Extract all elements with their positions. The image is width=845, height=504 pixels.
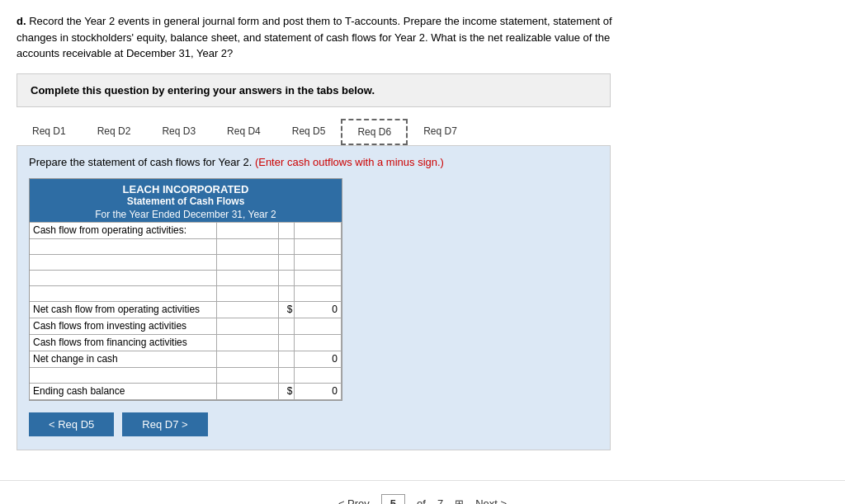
value-cell-10: 0 xyxy=(295,383,342,399)
statement-title: Statement of Cash Flows xyxy=(33,195,338,207)
row-label-input-9[interactable] xyxy=(33,370,213,381)
page-box: 5 xyxy=(381,494,405,505)
row-value-input-3[interactable] xyxy=(220,272,275,284)
prev-label: Prev xyxy=(347,497,370,505)
content-note: (Enter cash outflows with a minus sign.) xyxy=(255,156,444,168)
dollar-cell-10: $ xyxy=(278,383,295,399)
value-cell-5: 0 xyxy=(295,301,342,318)
row-label-input-3[interactable] xyxy=(33,272,213,284)
row-label-input-4[interactable] xyxy=(33,288,213,299)
next-chevron-icon: > xyxy=(501,497,507,505)
bottom-nav: < Prev 5 of 7 ⊞ Next > xyxy=(0,480,845,505)
complete-box: Complete this question by entering your … xyxy=(17,73,611,107)
content-instruction: Prepare the statement of cash flows for … xyxy=(29,156,598,168)
value-cell-7 xyxy=(295,334,342,351)
row-label-8: Net change in cash xyxy=(30,351,216,367)
question-label: d. xyxy=(17,15,26,27)
row-label-0: Cash flow from operating activities: xyxy=(30,222,216,238)
row-value-input-2[interactable] xyxy=(220,257,275,268)
table-row xyxy=(30,367,342,383)
main-container: d. Record the Year 2 events in general j… xyxy=(0,0,845,472)
section-input-6[interactable] xyxy=(220,320,275,332)
next-req-button[interactable]: Req D7 > xyxy=(122,412,207,436)
dollar-cell-5: $ xyxy=(278,301,295,318)
table-header: LEACH INCORPORATED Statement of Cash Flo… xyxy=(30,179,342,222)
tabs-row: Req D1Req D2Req D3Req D4Req D5Req D6Req … xyxy=(17,119,611,146)
table-row: Cash flows from financing activities xyxy=(30,334,342,351)
dollar-cell-0 xyxy=(278,222,295,238)
row-label-7: Cash flows from financing activities xyxy=(30,334,216,351)
table-row: Ending cash balance$0 xyxy=(30,383,342,399)
section-input-7[interactable] xyxy=(220,337,275,348)
tab-req-d6[interactable]: Req D6 xyxy=(341,119,408,145)
row-label-input-1[interactable] xyxy=(33,241,213,252)
prev-req-button[interactable]: < Req D5 xyxy=(29,412,114,436)
dollar-cell-7 xyxy=(278,334,295,351)
row-value-input-1[interactable] xyxy=(220,241,275,252)
fin-table: Cash flow from operating activities:Net … xyxy=(30,222,342,400)
tab-req-d1[interactable]: Req D1 xyxy=(17,119,82,145)
tab-req-d3[interactable]: Req D3 xyxy=(146,119,211,145)
row-label-input-2[interactable] xyxy=(33,257,213,268)
page-total: 7 xyxy=(437,497,443,505)
company-name: LEACH INCORPORATED xyxy=(33,183,338,195)
table-row: Net change in cash0 xyxy=(30,351,342,367)
table-row: Net cash flow from operating activities$… xyxy=(30,301,342,318)
table-row: Cash flows from investing activities xyxy=(30,318,342,334)
row-value-input-4[interactable] xyxy=(220,288,275,299)
question-body: Record the Year 2 events in general jour… xyxy=(17,15,612,59)
tab-req-d2[interactable]: Req D2 xyxy=(82,119,147,145)
page-current: 5 xyxy=(390,497,396,505)
page-of: of xyxy=(417,497,426,505)
row-value-input-9[interactable] xyxy=(220,370,275,381)
row-label-6: Cash flows from investing activities xyxy=(30,318,216,334)
prev-chevron-icon: < xyxy=(338,497,345,505)
table-row xyxy=(30,254,342,270)
table-row xyxy=(30,285,342,301)
row-label-5: Net cash flow from operating activities xyxy=(30,301,216,318)
value-cell-6 xyxy=(295,318,342,334)
value-cell-0 xyxy=(295,222,342,238)
complete-instruction: Complete this question by entering your … xyxy=(31,84,597,97)
financial-table: LEACH INCORPORATED Statement of Cash Flo… xyxy=(29,178,342,401)
nav-buttons: < Req D5 Req D7 > xyxy=(29,412,598,436)
dollar-cell-6 xyxy=(278,318,295,334)
value-cell-8: 0 xyxy=(295,351,342,367)
row-label-10: Ending cash balance xyxy=(30,383,216,399)
section-input-0[interactable] xyxy=(220,224,275,236)
next-label: Next xyxy=(475,497,498,505)
grid-icon[interactable]: ⊞ xyxy=(455,497,464,505)
period-label: For the Year Ended December 31, Year 2 xyxy=(33,209,338,220)
question-text: d. Record the Year 2 events in general j… xyxy=(17,13,644,62)
tab-req-d7[interactable]: Req D7 xyxy=(408,119,473,145)
prev-link[interactable]: < Prev xyxy=(338,497,370,505)
content-area: Prepare the statement of cash flows for … xyxy=(17,146,611,450)
table-row xyxy=(30,270,342,285)
table-row xyxy=(30,238,342,254)
tab-req-d5[interactable]: Req D5 xyxy=(276,119,342,145)
tab-req-d4[interactable]: Req D4 xyxy=(211,119,276,145)
next-link[interactable]: Next > xyxy=(475,497,507,505)
table-row: Cash flow from operating activities: xyxy=(30,222,342,238)
dollar-cell-8 xyxy=(278,351,295,367)
